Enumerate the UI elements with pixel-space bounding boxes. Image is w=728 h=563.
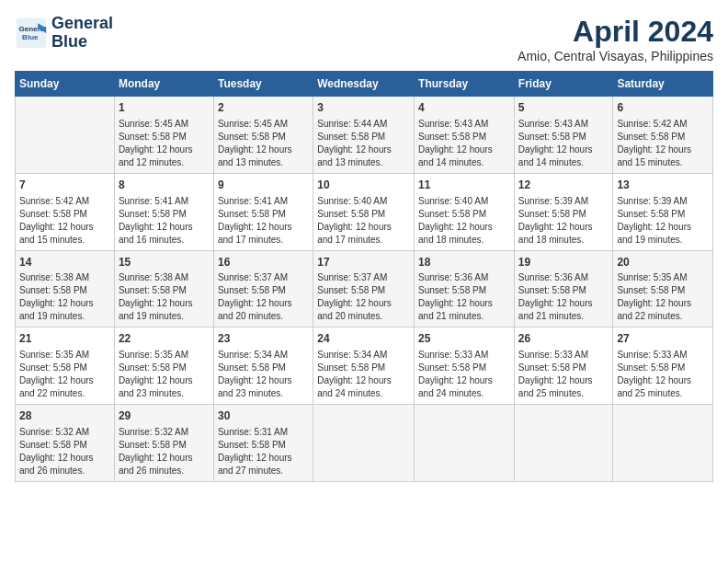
cell-text-line: Daylight: 12 hours [119, 144, 210, 156]
calendar-cell: 15Sunrise: 5:38 AMSunset: 5:58 PMDayligh… [114, 250, 213, 327]
cell-text-line: Sunset: 5:58 PM [218, 131, 309, 144]
cell-text-line: and 20 minutes. [218, 310, 309, 323]
cell-text-line: Sunrise: 5:42 AM [617, 118, 709, 131]
cell-text-line: Sunrise: 5:33 AM [418, 349, 510, 362]
day-number: 17 [317, 255, 410, 270]
day-number: 19 [518, 255, 609, 270]
day-number: 25 [418, 331, 510, 347]
calendar-cell: 7Sunrise: 5:42 AMSunset: 5:58 PMDaylight… [16, 173, 115, 250]
cell-text-line: and 13 minutes. [218, 156, 309, 169]
location-subtitle: Amio, Central Visayas, Philippines [518, 49, 713, 63]
cell-text-line: Sunrise: 5:35 AM [119, 349, 210, 362]
cell-text-line: and 17 minutes. [317, 234, 410, 247]
cell-text-line: Daylight: 12 hours [119, 452, 210, 465]
cell-text-line: and 16 minutes. [119, 234, 210, 247]
calendar-cell: 12Sunrise: 5:39 AMSunset: 5:58 PMDayligh… [514, 173, 613, 250]
cell-text-line: Daylight: 12 hours [518, 221, 609, 234]
cell-text-line: and 25 minutes. [617, 387, 709, 400]
logo-text-line1: General [51, 15, 113, 33]
cell-text-line: Sunrise: 5:37 AM [317, 271, 410, 284]
day-number: 23 [218, 331, 309, 347]
day-number: 1 [119, 100, 210, 116]
col-header-tuesday: Tuesday [213, 72, 313, 97]
logo: General Blue General Blue [15, 15, 113, 52]
calendar-cell: 20Sunrise: 5:35 AMSunset: 5:58 PMDayligh… [613, 250, 713, 327]
cell-text-line: Daylight: 12 hours [617, 221, 709, 234]
calendar-cell: 18Sunrise: 5:36 AMSunset: 5:58 PMDayligh… [415, 250, 515, 327]
day-number: 6 [617, 100, 709, 116]
calendar-cell: 17Sunrise: 5:37 AMSunset: 5:58 PMDayligh… [313, 250, 415, 327]
cell-text-line: Sunrise: 5:39 AM [617, 195, 709, 208]
week-row-2: 7Sunrise: 5:42 AMSunset: 5:58 PMDaylight… [16, 173, 713, 250]
cell-text-line: Daylight: 12 hours [119, 374, 210, 387]
cell-text-line: Daylight: 12 hours [119, 221, 210, 234]
day-number: 18 [418, 255, 510, 270]
cell-text-line: and 24 minutes. [317, 387, 410, 400]
cell-text-line: Daylight: 12 hours [317, 374, 410, 387]
cell-text-line: Sunset: 5:58 PM [518, 208, 609, 221]
logo-text-line2: Blue [51, 33, 113, 52]
cell-text-line: and 21 minutes. [518, 310, 609, 323]
cell-text-line: Sunset: 5:58 PM [218, 208, 309, 221]
cell-text-line: Sunrise: 5:36 AM [418, 271, 510, 284]
calendar-cell: 25Sunrise: 5:33 AMSunset: 5:58 PMDayligh… [415, 327, 515, 405]
cell-text-line: Daylight: 12 hours [418, 374, 510, 387]
cell-text-line: and 18 minutes. [518, 234, 609, 247]
cell-text-line: and 13 minutes. [317, 156, 410, 169]
title-area: April 2024 Amio, Central Visayas, Philip… [518, 15, 713, 63]
day-number: 10 [317, 178, 410, 193]
day-number: 8 [119, 178, 210, 193]
cell-text-line: Sunset: 5:58 PM [617, 131, 709, 144]
col-header-wednesday: Wednesday [313, 72, 415, 97]
cell-text-line: and 27 minutes. [218, 465, 309, 477]
day-number: 20 [617, 255, 709, 270]
cell-text-line: Sunrise: 5:41 AM [119, 195, 210, 208]
cell-text-line: and 21 minutes. [418, 310, 510, 323]
cell-text-line: and 22 minutes. [19, 387, 110, 400]
cell-text-line: and 15 minutes. [617, 156, 709, 169]
day-number: 13 [617, 178, 709, 193]
calendar-cell: 24Sunrise: 5:34 AMSunset: 5:58 PMDayligh… [313, 327, 415, 405]
calendar-cell: 4Sunrise: 5:43 AMSunset: 5:58 PMDaylight… [415, 97, 515, 174]
cell-text-line: Sunset: 5:58 PM [218, 439, 309, 452]
cell-text-line: Sunrise: 5:42 AM [19, 195, 110, 208]
cell-text-line: Sunset: 5:58 PM [119, 131, 210, 144]
day-number: 4 [418, 100, 510, 116]
cell-text-line: Sunset: 5:58 PM [218, 284, 309, 297]
week-row-5: 28Sunrise: 5:32 AMSunset: 5:58 PMDayligh… [16, 405, 713, 482]
cell-text-line: Sunrise: 5:32 AM [19, 426, 110, 439]
day-number: 26 [518, 331, 609, 347]
header-row: SundayMondayTuesdayWednesdayThursdayFrid… [16, 72, 713, 97]
cell-text-line: and 19 minutes. [617, 234, 709, 247]
week-row-4: 21Sunrise: 5:35 AMSunset: 5:58 PMDayligh… [16, 327, 713, 405]
cell-text-line: and 24 minutes. [418, 387, 510, 400]
cell-text-line: and 22 minutes. [617, 310, 709, 323]
day-number: 22 [119, 331, 210, 347]
col-header-thursday: Thursday [415, 72, 515, 97]
day-number: 29 [119, 408, 210, 424]
day-number: 9 [218, 178, 309, 193]
cell-text-line: Sunset: 5:58 PM [19, 362, 110, 374]
cell-text-line: Daylight: 12 hours [317, 297, 410, 310]
cell-text-line: and 23 minutes. [119, 387, 210, 400]
cell-text-line: Daylight: 12 hours [19, 221, 110, 234]
cell-text-line: Sunrise: 5:34 AM [317, 349, 410, 362]
cell-text-line: Sunrise: 5:35 AM [19, 349, 110, 362]
day-number: 12 [518, 178, 609, 193]
cell-text-line: Daylight: 12 hours [418, 144, 510, 156]
cell-text-line: Sunrise: 5:35 AM [617, 271, 709, 284]
cell-text-line: and 14 minutes. [518, 156, 609, 169]
cell-text-line: Sunrise: 5:40 AM [317, 195, 410, 208]
cell-text-line: and 19 minutes. [19, 310, 110, 323]
cell-text-line: Daylight: 12 hours [19, 297, 110, 310]
cell-text-line: Daylight: 12 hours [218, 452, 309, 465]
cell-text-line: and 26 minutes. [19, 465, 110, 477]
week-row-1: 1Sunrise: 5:45 AMSunset: 5:58 PMDaylight… [16, 97, 713, 174]
cell-text-line: Daylight: 12 hours [418, 221, 510, 234]
calendar-cell: 2Sunrise: 5:45 AMSunset: 5:58 PMDaylight… [213, 97, 313, 174]
cell-text-line: and 26 minutes. [119, 465, 210, 477]
logo-icon: General Blue [15, 17, 48, 50]
day-number: 15 [119, 255, 210, 270]
calendar-cell: 14Sunrise: 5:38 AMSunset: 5:58 PMDayligh… [16, 250, 115, 327]
cell-text-line: Daylight: 12 hours [617, 374, 709, 387]
